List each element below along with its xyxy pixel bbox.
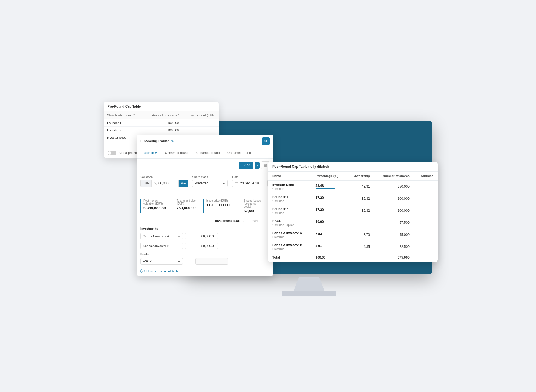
amount-input[interactable] xyxy=(185,243,218,249)
list-item: Series A investor A xyxy=(137,231,273,241)
date-input[interactable] xyxy=(232,180,268,187)
sort-icon[interactable]: ↕ xyxy=(243,219,244,222)
preround-col-name: Stakeholder name * xyxy=(104,111,143,119)
col-percentage: Percentage (%) xyxy=(311,172,346,181)
ownership-cell: 4.35 xyxy=(346,241,374,253)
add-pool-toggle[interactable] xyxy=(108,151,116,155)
total-label: Total xyxy=(268,253,311,262)
add-caret-button[interactable]: ▾ xyxy=(255,162,260,169)
col-address: Address xyxy=(414,172,438,181)
table-row: Series A investor B Preferred 3.91 4.35 … xyxy=(268,241,438,253)
stat-label: Issue price (EUR) xyxy=(206,199,233,202)
investment-cell xyxy=(182,119,219,126)
preround-header: Pre-Round Cap Table xyxy=(104,102,219,111)
ownership-cell: 48.31 xyxy=(346,181,374,193)
help-row[interactable]: ? How is this calculated? xyxy=(137,266,273,276)
preround-col-investment: Investment (EUR) xyxy=(182,111,219,119)
ownership-cell: 19.32 xyxy=(346,193,374,205)
financing-title: Financing Round xyxy=(140,139,169,143)
tab-unnamed-3[interactable]: Unnamed round xyxy=(224,148,255,158)
settings-icon: ⚙ xyxy=(264,139,267,143)
date-group: Date xyxy=(232,175,268,187)
stakeholder-cell: Founder 2 Common xyxy=(268,205,311,217)
stat-value: 67,500 xyxy=(244,209,262,213)
financing-form: Valuation EUR Pre Share class Preferred … xyxy=(137,172,273,193)
stakeholder-cell: Series A investor B Preferred xyxy=(268,241,311,253)
tab-unnamed-1[interactable]: Unnamed round xyxy=(161,148,192,158)
shares-cell: 22,500 xyxy=(374,241,414,253)
address-cell xyxy=(414,241,438,253)
investment-cell xyxy=(182,126,219,134)
currency-prefix: EUR xyxy=(140,180,151,187)
percentage-cell: 7.83 xyxy=(311,229,346,241)
percentage-bar xyxy=(316,188,335,189)
stat-item: Issue price (EUR) 11.1111111111 xyxy=(203,199,237,213)
monitor-stand xyxy=(293,277,325,293)
percentage-bar xyxy=(316,225,320,225)
investments-section-header: Investments xyxy=(137,225,273,231)
ownership-cell: – xyxy=(346,217,374,229)
tab-unnamed-2[interactable]: Unnamed round xyxy=(192,148,224,158)
stat-item: Total round size (EUR) 750,000.00 xyxy=(174,199,200,213)
valuation-input[interactable] xyxy=(151,180,179,187)
preround-title: Pre-Round Cap Table xyxy=(108,104,141,108)
address-cell xyxy=(414,217,438,229)
edit-icon[interactable]: ✎ xyxy=(171,139,174,143)
col-shares: Number of shares xyxy=(374,172,414,181)
address-cell xyxy=(414,193,438,205)
investment-rows: Series A investor A Series A investor B xyxy=(137,231,273,251)
amount-input[interactable] xyxy=(185,233,218,239)
stat-label: Shares issued (excluding pools) xyxy=(244,199,262,208)
share-class-select[interactable]: Preferred xyxy=(192,180,228,187)
stat-value: 750,000.00 xyxy=(177,206,196,210)
investor-select[interactable]: Series A investor B xyxy=(140,243,183,249)
pool-select[interactable]: ESOP xyxy=(140,258,183,265)
stakeholder-cell: Investor Seed Common xyxy=(268,181,311,193)
form-row-main: Valuation EUR Pre Share class Preferred … xyxy=(140,175,270,187)
financing-header: Financing Round ✎ ⚙ xyxy=(137,135,273,148)
investor-select[interactable]: Series A investor A xyxy=(140,233,183,239)
table-row: Founder 1 Common 17.39 19.32 100,000 xyxy=(268,193,438,205)
stat-item: Post-money valuation (EUR) 6,388,888.89 xyxy=(140,199,170,213)
share-class-label: Share class xyxy=(192,175,228,179)
percentage-cell: 17.39 xyxy=(311,193,346,205)
stakeholder-name-cell: Founder 2 xyxy=(104,126,143,134)
pre-button[interactable]: Pre xyxy=(179,180,188,187)
shares-cell: 100,000 xyxy=(143,126,182,134)
add-tab-button[interactable]: + xyxy=(255,148,262,158)
table-row: ESOP Common · option 10.00 – 57,500 xyxy=(268,217,438,229)
help-label: How is this calculated? xyxy=(146,269,178,273)
stakeholder-cell: Founder 1 Common xyxy=(268,193,311,205)
pools-section-header: Pools xyxy=(137,251,273,256)
tab-series-a[interactable]: Series A xyxy=(140,148,161,158)
postround-title: Post-Round Cap Table (fully diluted) xyxy=(268,162,438,172)
stat-value: 11.1111111111 xyxy=(206,203,233,207)
valuation-input-group: EUR Pre xyxy=(140,180,188,187)
stat-item: Shares issued (excluding pools) 67,500 xyxy=(241,199,266,213)
shares-cell: 100,000 xyxy=(374,205,414,217)
financing-tabs: Series A Unnamed round Unnamed round Unn… xyxy=(137,148,273,159)
scene: Pre-Round Cap Table Stakeholder name * A… xyxy=(104,94,432,299)
percentage-bar xyxy=(316,201,323,201)
pool-rows: ESOP - xyxy=(137,256,273,266)
percentage-bar xyxy=(316,213,323,213)
stats-row: Post-money valuation (EUR) 6,388,888.89 … xyxy=(140,196,270,213)
monitor-base xyxy=(282,291,336,296)
table-row: Series A investor A Preferred 7.83 8.70 … xyxy=(268,229,438,241)
shares-cell: 45,000 xyxy=(374,229,414,241)
settings-button[interactable]: ⚙ xyxy=(262,137,270,145)
valuation-group: Valuation EUR Pre xyxy=(140,175,188,187)
table-row: Founder 1 100,000 xyxy=(104,119,219,126)
col-name: Name xyxy=(268,172,311,181)
table-row: Founder 2 Common 17.39 19.32 100,000 xyxy=(268,205,438,217)
total-shares: 575,000 xyxy=(374,253,414,262)
percentage-bar xyxy=(316,237,319,237)
list-item: ESOP - xyxy=(137,256,273,266)
percentage-cell: 43.48 xyxy=(311,181,346,193)
percentage-cell: 10.00 xyxy=(311,217,346,229)
add-button[interactable]: + Add xyxy=(239,162,253,169)
col-investment-header: Investment (EUR) ↕ xyxy=(211,217,248,224)
pool-amount-input[interactable] xyxy=(195,258,228,265)
col-ownership: Ownership xyxy=(346,172,374,181)
stat-label: Post-money valuation (EUR) xyxy=(143,199,166,205)
